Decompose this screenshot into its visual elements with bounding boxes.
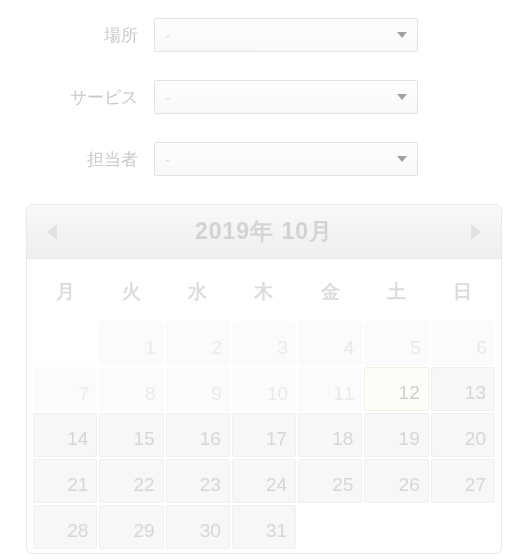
- calendar-prev-icon[interactable]: [47, 224, 57, 240]
- calendar-dow: 月: [33, 269, 97, 319]
- filter-row-staff: 担当者 -: [24, 142, 504, 176]
- calendar-day: 5: [364, 321, 428, 365]
- calendar-day[interactable]: 15: [99, 413, 163, 457]
- calendar-day: 9: [166, 367, 230, 411]
- calendar: 2019年 10月 月火水木金土日12345678910111213141516…: [26, 204, 502, 554]
- calendar-day[interactable]: 14: [33, 413, 97, 457]
- calendar-title: 2019年 10月: [195, 216, 333, 247]
- calendar-grid: 月火水木金土日123456789101112131415161718192021…: [27, 259, 501, 553]
- calendar-day[interactable]: 17: [232, 413, 296, 457]
- calendar-day: 4: [298, 321, 362, 365]
- calendar-day[interactable]: 22: [99, 459, 163, 503]
- calendar-dow: 金: [298, 269, 362, 319]
- calendar-day: 2: [166, 321, 230, 365]
- filter-row-location: 場所 -: [24, 18, 504, 52]
- calendar-day[interactable]: 13: [431, 367, 495, 411]
- calendar-day[interactable]: 30: [166, 505, 230, 549]
- calendar-dow: 火: [99, 269, 163, 319]
- chevron-down-icon: [397, 32, 407, 38]
- calendar-day[interactable]: 28: [33, 505, 97, 549]
- chevron-down-icon: [397, 156, 407, 162]
- calendar-cell-empty: [298, 505, 362, 549]
- calendar-day: 1: [99, 321, 163, 365]
- filter-row-service: サービス -: [24, 80, 504, 114]
- calendar-cell-empty: [33, 321, 97, 365]
- calendar-dow: 土: [364, 269, 428, 319]
- calendar-cell-empty: [364, 505, 428, 549]
- calendar-dow: 水: [166, 269, 230, 319]
- staff-select[interactable]: -: [154, 142, 418, 176]
- calendar-day[interactable]: 16: [166, 413, 230, 457]
- calendar-dow: 木: [232, 269, 296, 319]
- calendar-day[interactable]: 20: [431, 413, 495, 457]
- calendar-day: 8: [99, 367, 163, 411]
- calendar-day: 3: [232, 321, 296, 365]
- calendar-day[interactable]: 19: [364, 413, 428, 457]
- calendar-day[interactable]: 18: [298, 413, 362, 457]
- location-select-value: -: [165, 27, 170, 44]
- location-select[interactable]: -: [154, 18, 418, 52]
- calendar-day: 7: [33, 367, 97, 411]
- calendar-next-icon[interactable]: [471, 224, 481, 240]
- calendar-day: 10: [232, 367, 296, 411]
- chevron-down-icon: [397, 94, 407, 100]
- calendar-day[interactable]: 27: [431, 459, 495, 503]
- calendar-day[interactable]: 21: [33, 459, 97, 503]
- staff-label: 担当者: [24, 148, 154, 171]
- service-select-value: -: [165, 89, 170, 106]
- service-label: サービス: [24, 86, 154, 109]
- calendar-header: 2019年 10月: [27, 205, 501, 259]
- staff-select-value: -: [165, 151, 170, 168]
- calendar-day: 6: [431, 321, 495, 365]
- calendar-day: 11: [298, 367, 362, 411]
- calendar-day[interactable]: 24: [232, 459, 296, 503]
- calendar-day[interactable]: 29: [99, 505, 163, 549]
- calendar-dow: 日: [431, 269, 495, 319]
- location-label: 場所: [24, 24, 154, 47]
- calendar-day[interactable]: 25: [298, 459, 362, 503]
- calendar-cell-empty: [431, 505, 495, 549]
- calendar-day[interactable]: 12: [364, 367, 428, 411]
- calendar-day[interactable]: 23: [166, 459, 230, 503]
- calendar-day[interactable]: 31: [232, 505, 296, 549]
- service-select[interactable]: -: [154, 80, 418, 114]
- calendar-day[interactable]: 26: [364, 459, 428, 503]
